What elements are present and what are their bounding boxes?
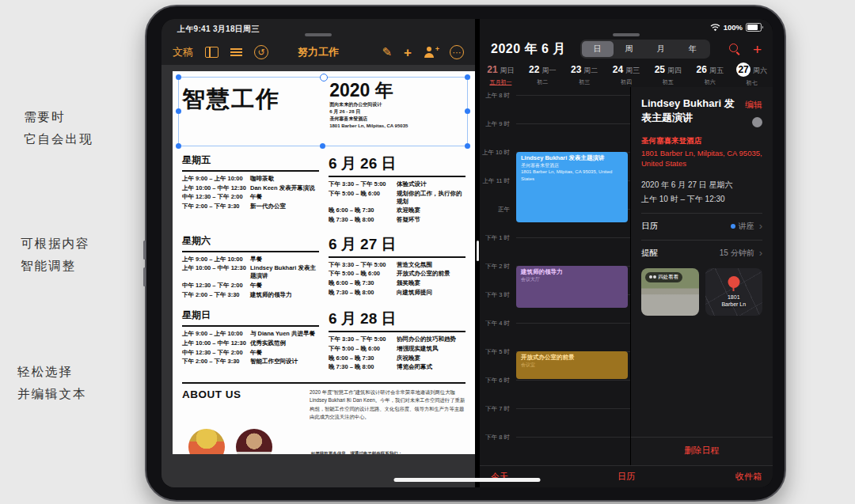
document-canvas: 智慧工作 2020 年 面向未来的办公空间设计6 月 26 - 28 日圣何塞喜… xyxy=(162,65,475,487)
conference-title: 智慧工作 xyxy=(182,84,280,141)
view-segment[interactable]: 年 xyxy=(677,41,709,57)
weekday-heading: 星期五 xyxy=(182,153,319,172)
calendar-bottom-bar: 今天 日历 收件箱 xyxy=(480,465,773,487)
schedule-row: 下午 2:00 – 下午 3:30 新一代办公室 xyxy=(182,203,319,210)
annotation-select-edit-text: 轻松选择 并编辑文本 xyxy=(17,361,87,405)
selection-handle[interactable] xyxy=(320,143,325,149)
map-thumbnail[interactable]: 1801 Barber Ln xyxy=(705,268,763,316)
pages-toolbar: 文稿 ↺ 努力工作 ✎ + + ⋯ xyxy=(162,40,475,65)
event-location-name[interactable]: 圣何塞喜来登酒店 xyxy=(641,136,762,146)
selection-handle[interactable] xyxy=(176,74,181,80)
event-location-address[interactable]: 1801 Barber Ln, Milpitas, CA 95035, Unit… xyxy=(641,148,762,169)
event-open-office[interactable]: 开放式办公室的前景 会议室 xyxy=(516,351,628,379)
meta-line: 面向未来的办公空间设计 xyxy=(329,101,408,108)
hour-row: 下午 7 时 xyxy=(480,408,630,437)
binoculars-icon xyxy=(649,275,652,279)
map-pin-icon xyxy=(728,276,739,288)
inbox-button[interactable]: 收件箱 xyxy=(735,471,762,483)
about-us-section: ABOUT US 2020 年度“智慧工作”建筑和设计研讨会非常荣幸地邀请到两位… xyxy=(182,382,466,454)
weekday-heading: 星期六 xyxy=(182,234,319,252)
date-heading: 6 月 26 日 xyxy=(329,153,466,177)
home-indicator[interactable] xyxy=(394,478,541,482)
document-page[interactable]: 智慧工作 2020 年 面向未来的办公空间设计6 月 26 - 28 日圣何塞喜… xyxy=(173,71,475,454)
chevron-right-icon: › xyxy=(759,221,762,231)
conference-year: 2020 年 xyxy=(329,81,408,100)
search-icon[interactable] xyxy=(729,44,740,55)
schedule-day-friday: 星期五 上午 9:00 – 上午 10:00 咖啡茶歇 上午 10:00 – 中… xyxy=(182,153,466,225)
selection-handle[interactable] xyxy=(465,108,470,114)
marketing-canvas: 需要时 它自会出现 可根据内容 智能调整 轻松选择 并编辑文本 上午9:41 3… xyxy=(0,0,855,504)
selection-handle[interactable] xyxy=(465,143,470,149)
more-options-icon[interactable]: ⋯ xyxy=(450,45,464,59)
pages-app: 上午9:41 3月18日周三 文稿 ↺ 努力工作 ✎ + + ⋯ xyxy=(162,19,475,487)
selection-handle[interactable] xyxy=(176,108,181,114)
calendar-row[interactable]: 日历 讲座 › xyxy=(641,213,762,232)
schedule-row: 下午 3:30 – 下午 5:00 体验式设计 xyxy=(329,180,466,188)
hour-row: 下午 8 时 xyxy=(480,437,630,465)
schedule-row: 下午 5:00 – 晚 6:00 规划你的工作，执行你的规划 xyxy=(329,190,466,206)
schedule-row: 晚 7:30 – 晚 8:00 答疑环节 xyxy=(329,216,466,224)
speaker-photo-dan xyxy=(236,429,272,454)
schedule-row: 上午 10:00 – 中午 12:30 Lindsey Bukhari 发表主题… xyxy=(182,264,319,280)
multitask-grabber-left[interactable] xyxy=(305,33,332,36)
schedule-row: 中午 12:30 – 下午 2:00 午餐 xyxy=(182,349,319,357)
edit-button[interactable]: 编辑 xyxy=(745,100,762,109)
schedule-row: 晚 6:00 – 晚 7:30 颁奖晚宴 xyxy=(329,279,466,287)
schedule-day-saturday: 星期六 上午 9:00 – 上午 10:00 早餐 上午 10:00 – 中午 … xyxy=(182,234,466,301)
hour-row: 下午 6 时 xyxy=(480,380,630,408)
map-pin-label: 1801 Barber Ln xyxy=(705,294,763,308)
selection-handle[interactable] xyxy=(465,74,470,80)
calendar-color-dot xyxy=(731,224,735,229)
document-header[interactable]: 智慧工作 2020 年 面向未来的办公空间设计6 月 26 - 28 日圣何塞喜… xyxy=(182,79,466,141)
list-view-icon[interactable] xyxy=(230,48,242,50)
event-title: Lindsey Bukhari 发表主题演讲 xyxy=(641,97,735,131)
schedule-row: 上午 10:00 – 中午 12:30 优秀实践范例 xyxy=(182,339,319,347)
volume-down-button xyxy=(143,267,146,286)
event-detail-panel: Lindsey Bukhari 发表主题演讲 编辑 圣何塞喜来登酒店 1801 … xyxy=(630,87,773,465)
page-thumbnails-icon[interactable] xyxy=(205,47,218,58)
alert-row[interactable]: 提醒 15 分钟前 › xyxy=(641,240,762,259)
conference-meta: 面向未来的办公空间设计6 月 26 - 28 日圣何塞喜来登酒店1801 Bar… xyxy=(329,101,408,130)
format-brush-icon[interactable]: ✎ xyxy=(382,45,392,59)
collaborate-icon[interactable]: + xyxy=(424,47,438,58)
documents-button[interactable]: 文稿 xyxy=(173,45,193,59)
look-around-thumbnail[interactable]: 四处看看 xyxy=(641,268,699,316)
schedule-row: 上午 10:00 – 中午 12:30 Dan Keen 发表开幕演说 xyxy=(182,184,319,192)
hour-row: 下午 4 时 xyxy=(480,323,630,351)
selection-handle-top[interactable] xyxy=(320,74,328,81)
meta-line: 6 月 26 - 28 日 xyxy=(329,108,408,116)
annotation-smart-adjust: 可根据内容 智能调整 xyxy=(21,233,90,277)
ipad-screen: 上午9:41 3月18日周三 文稿 ↺ 努力工作 ✎ + + ⋯ xyxy=(162,19,773,487)
schedule-row: 晚 6:00 – 晚 7:30 欢迎晚宴 xyxy=(329,207,466,214)
schedule-row: 下午 3:30 – 下午 5:00 营造文化氛围 xyxy=(329,261,466,269)
schedule-row: 下午 3:30 – 下午 5:00 协同办公的技巧和趋势 xyxy=(329,335,466,343)
split-view-drag-handle[interactable] xyxy=(477,241,479,261)
schedule-row: 中午 12:30 – 下午 2:00 午餐 xyxy=(182,193,319,201)
chevron-right-icon: › xyxy=(759,248,762,258)
day-timeline-view[interactable]: 上午 8 时 上午 9 时 上午 10 时 上午 11 时 正午 xyxy=(480,19,630,465)
annotation-appears-when-needed: 需要时 它自会出现 xyxy=(24,106,93,150)
schedule-row: 晚 6:00 – 晚 7:30 庆祝晚宴 xyxy=(329,354,466,362)
event-leadership[interactable]: 建筑师的领导力 会议大厅 xyxy=(516,266,628,308)
add-event-icon[interactable]: + xyxy=(753,42,762,57)
event-keynote[interactable]: Lindsey Bukhari 发表主题演讲 圣何塞喜来登酒店 1801 Bar… xyxy=(516,152,628,222)
schedule-row: 晚 7:30 – 晚 8:00 博览会闭幕式 xyxy=(329,363,466,371)
schedule-row: 晚 7:30 – 晚 8:00 向建筑师提问 xyxy=(329,289,466,297)
meta-line: 圣何塞喜来登酒店 xyxy=(329,116,408,123)
event-date: 2020 年 6 月 27 日 星期六 xyxy=(641,180,762,191)
delete-event-button[interactable]: 删除日程 xyxy=(631,437,773,465)
view-segment[interactable]: 月 xyxy=(645,41,677,57)
status-bar-time-date: 上午9:41 3月18日周三 xyxy=(177,24,260,35)
volume-up-button xyxy=(143,241,146,260)
selection-handle[interactable] xyxy=(176,143,181,149)
contact-avatar-dot[interactable] xyxy=(752,117,762,127)
insert-plus-icon[interactable]: + xyxy=(404,46,412,59)
schedule-row: 下午 2:00 – 下午 3:30 智能工作空间设计 xyxy=(182,358,319,366)
calendar-app: 100% 2020 年 6 月 日周月年 + 21周日 五月初一 xyxy=(480,19,773,487)
meta-line: 1801 Barber Ln, Milpitas, CA 95035 xyxy=(329,123,408,130)
ipad-device: 上午9:41 3月18日周三 文稿 ↺ 努力工作 ✎ + + ⋯ xyxy=(145,5,786,502)
schedule-row: 下午 5:00 – 晚 6:00 开放式办公室的前景 xyxy=(329,270,466,278)
battery-percent: 100% xyxy=(724,23,743,32)
schedule-row: 上午 9:00 – 上午 10:00 早餐 xyxy=(182,256,319,263)
undo-icon[interactable]: ↺ xyxy=(254,45,268,59)
